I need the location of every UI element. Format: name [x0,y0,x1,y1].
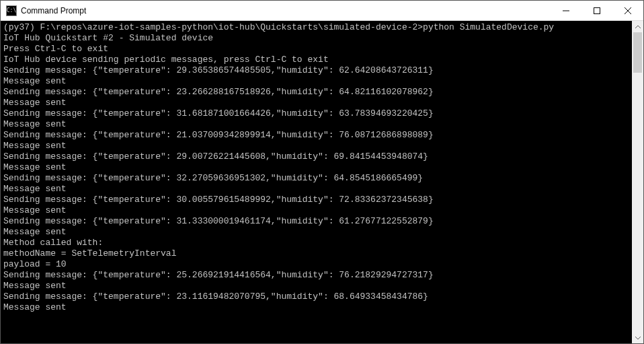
sent-line: Message sent [3,205,629,216]
sending-line: Sending message: {"temperature": 29.3653… [3,65,629,76]
sending-line: Sending message: {"temperature": 23.2662… [3,87,629,98]
cmd-icon: C:\ [6,5,17,16]
titlebar[interactable]: C:\ Command Prompt [1,1,643,21]
sending-line: Sending message: {"temperature": 25.2669… [3,270,629,281]
prompt-line: (py37) F:\repos\azure-iot-samples-python… [3,22,629,33]
window-controls [551,1,643,20]
method-called-line: Method called with: [3,238,629,248]
sent-line: Message sent [3,281,629,291]
sending-line: Sending message: {"temperature": 29.0072… [3,151,629,162]
sending-line: Sending message: {"temperature": 21.0370… [3,130,629,141]
close-button[interactable] [612,1,643,20]
scroll-down-button[interactable] [632,332,643,343]
chevron-up-icon [635,24,641,30]
sent-line: Message sent [3,98,629,108]
maximize-button[interactable] [581,1,612,20]
scroll-up-button[interactable] [632,21,643,32]
sent-line: Message sent [3,119,629,130]
method-name-line: methodName = SetTelemetryInterval [3,248,629,259]
sending-line: Sending message: {"temperature": 30.0055… [3,195,629,205]
sent-line: Message sent [3,184,629,195]
sending-line: Sending message: {"temperature": 32.2705… [3,173,629,184]
scrollbar-thumb[interactable] [633,32,642,73]
maximize-icon [594,7,600,14]
payload-line: payload = 10 [3,259,629,270]
chevron-down-icon [635,335,641,341]
close-icon [625,7,631,14]
terminal-output[interactable]: (py37) F:\repos\azure-iot-samples-python… [1,21,632,343]
scrollbar-track[interactable] [632,32,643,332]
window-title: Command Prompt [21,6,551,15]
sent-line: Message sent [3,162,629,173]
svg-rect-1 [594,7,600,13]
sent-line: Message sent [3,302,629,313]
device-line: IoT Hub device sending periodic messages… [3,55,629,65]
sending-line: Sending message: {"temperature": 23.1161… [3,291,629,302]
sending-line: Sending message: {"temperature": 31.6818… [3,108,629,119]
sent-line: Message sent [3,76,629,87]
vertical-scrollbar[interactable] [632,21,643,343]
sent-line: Message sent [3,141,629,151]
minimize-icon [563,7,569,14]
sent-line: Message sent [3,227,629,238]
exit-hint-line: Press Ctrl-C to exit [3,44,629,55]
sending-line: Sending message: {"temperature": 31.3330… [3,216,629,227]
header-line: IoT Hub Quickstart #2 - Simulated device [3,33,629,44]
minimize-button[interactable] [551,1,581,20]
